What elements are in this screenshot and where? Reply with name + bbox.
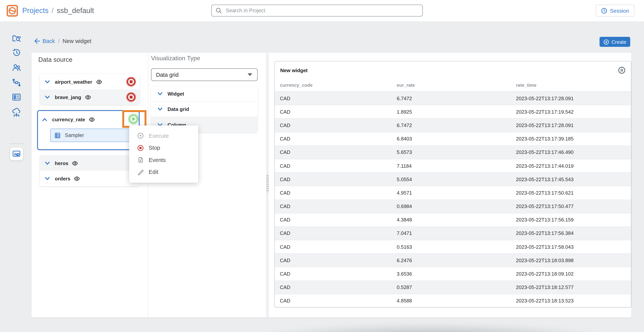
datasource-row[interactable]: heros [40,155,140,171]
cell-rate-time: 2023-05-22T13:17:58.043 [516,244,631,250]
chevron-down-icon[interactable] [45,95,50,99]
stop-icon [126,77,136,87]
search-input[interactable] [225,7,422,14]
widgets-dashboard-tab-active[interactable] [10,147,23,160]
eye-icon[interactable] [84,94,91,100]
table-row: CAD 6.7472 2023-05-22T13:17:28.091 [275,92,631,105]
cell-eur-rate: 5.0554 [397,176,516,182]
context-menu-item[interactable]: Stop [129,142,198,154]
stop-job-button[interactable] [126,92,136,102]
viz-section-row[interactable]: Data grid [151,102,258,117]
chevron-down-icon[interactable] [158,107,162,111]
project-name: ssb_default [57,7,94,15]
datasource-row[interactable]: brave_jang [40,89,140,105]
sampler-item[interactable]: Sampler [50,129,136,142]
visualization-type-title: Visualization Type [151,55,200,62]
data-sources-icon[interactable] [12,107,22,117]
cell-currency-code: CAD [280,231,397,236]
splitter-grip-icon[interactable] [266,175,269,192]
context-menu-label: Edit [149,169,158,175]
eye-icon[interactable] [96,78,102,85]
column-header-currency-code: currency_code [280,83,397,88]
viz-section-label: Data grid [168,106,189,112]
context-menu-item[interactable]: Execute [129,130,198,142]
viz-section-row[interactable]: Widget [151,86,258,102]
cell-currency-code: CAD [280,149,397,155]
context-menu-label: Stop [149,145,160,151]
table-row: CAD 3.6536 2023-05-22T13:18:09.102 [275,267,631,281]
panel-divider [148,53,148,317]
cell-eur-rate: 7.0471 [397,231,516,236]
cell-rate-time: 2023-05-22T13:17:45.543 [516,176,631,182]
widget-builder-panel: Data source airport_weather brave_jang c… [32,53,631,317]
table-header: currency_code eur_rate rate_time [275,79,631,92]
chevron-down-icon[interactable] [158,92,162,96]
cell-currency-code: CAD [280,298,397,304]
datasource-row[interactable]: airport_weather [40,74,140,89]
table-row: CAD 0.5287 2023-05-22T13:18:12.577 [275,281,631,294]
cell-eur-rate: 6.2476 [397,258,516,263]
back-label: Back [42,38,55,44]
cell-rate-time: 2023-05-22T13:18:09.102 [516,271,631,277]
eye-icon[interactable] [72,160,78,167]
context-menu-item[interactable]: Events [129,154,198,166]
search-icon [216,7,222,14]
sampler-label: Sampler [65,132,84,138]
chevron-up-icon[interactable] [42,118,47,121]
stop-job-button[interactable] [126,77,136,87]
cell-currency-code: CAD [280,258,397,263]
datasource-name: airport_weather [55,79,92,85]
stop-icon [137,145,144,151]
execute-icon [137,133,144,139]
cell-rate-time: 2023-05-22T13:17:39.185 [516,136,631,142]
history-icon[interactable] [12,48,22,58]
visualization-type-select[interactable]: Data grid [151,68,258,81]
back-link[interactable]: Back [34,38,55,44]
datasource-list: heros orders [40,155,140,186]
session-button[interactable]: Session [596,5,634,17]
project-explorer-icon[interactable] [12,33,22,43]
cell-rate-time: 2023-05-22T13:17:56.384 [516,231,631,236]
datasource-name: heros [55,160,68,166]
eye-icon[interactable] [88,116,95,123]
datasource-title: Data source [38,56,72,63]
rail-divider [10,143,24,144]
chevron-down-icon[interactable] [45,80,50,83]
stop-icon [126,92,136,102]
create-button[interactable]: Create [600,37,630,47]
cell-currency-code: CAD [280,244,397,250]
chevron-down-icon[interactable] [45,161,50,165]
datasource-list: airport_weather brave_jang [40,74,140,105]
table-row: CAD 0.5163 2023-05-22T13:17:58.043 [275,240,631,254]
chevron-down-icon[interactable] [45,177,50,180]
pause-sampling-button[interactable] [618,66,626,74]
cell-rate-time: 2023-05-22T13:18:03.898 [516,258,631,263]
context-menu-item[interactable]: Edit [129,166,198,178]
left-nav-rail [0,22,32,332]
datasource-row[interactable]: orders [40,171,140,186]
cell-eur-rate: 1.8925 [397,109,516,115]
cell-rate-time: 2023-05-22T13:18:13.523 [516,298,631,304]
cell-rate-time: 2023-05-22T13:17:28.091 [516,95,631,101]
eye-icon[interactable] [74,175,80,182]
cell-eur-rate: 5.6573 [397,149,516,155]
selected-visualization: Data grid [156,72,248,78]
flow-builder-icon[interactable] [12,78,22,88]
viz-section-label: Widget [168,91,184,97]
projects-link[interactable]: Projects [22,7,48,15]
cell-eur-rate: 4.9571 [397,190,516,196]
table-icon [54,132,61,139]
context-menu-label: Execute [149,133,169,139]
breadcrumb: Projects / ssb_default [22,0,94,22]
cell-rate-time: 2023-05-22T13:17:46.490 [516,149,631,155]
page-title: New widget [63,38,92,44]
dock-shadow [238,323,625,332]
virtual-tables-icon[interactable] [12,92,22,102]
table-row: CAD 4.8588 2023-05-22T13:18:13.523 [275,294,631,307]
job-context-menu: Execute Stop Events Edit [129,125,198,183]
users-icon[interactable] [12,63,22,73]
project-search[interactable] [211,5,423,17]
datasource-name: orders [55,176,70,181]
cell-rate-time: 2023-05-22T13:17:19.542 [516,109,631,115]
cell-eur-rate: 6.7472 [397,95,516,101]
